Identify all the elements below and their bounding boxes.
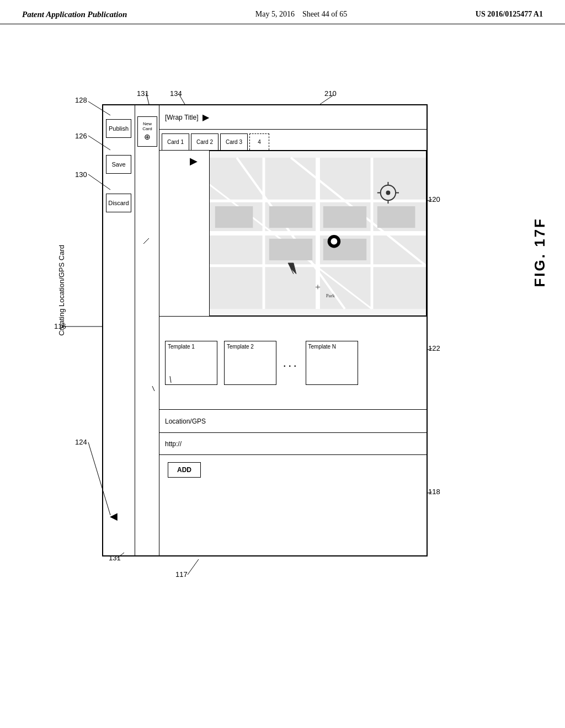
- page-header: Patent Application Publication May 5, 20…: [0, 0, 565, 24]
- ref-130: 130: [75, 170, 87, 179]
- add-button[interactable]: ADD: [168, 462, 201, 478]
- template-selection-area: Template 1 Template 2 ... Template N: [159, 316, 427, 410]
- template-1[interactable]: Template 1: [165, 341, 217, 385]
- ref-117: 117: [175, 570, 188, 579]
- svg-rect-14: [215, 206, 253, 228]
- svg-rect-12: [269, 239, 312, 260]
- card-tabs-row: Card 1 Card 2 Card 3 4: [159, 130, 427, 151]
- location-gps-row: Location/GPS: [159, 410, 427, 433]
- diagram-area: FIG. 17F 128 126 130 131 134 210 120 122…: [0, 24, 565, 719]
- new-card-column: New Card ⊕: [135, 105, 159, 555]
- template-2[interactable]: Template 2: [224, 341, 276, 385]
- app-frame: Publish Save Discard ◀ New Card ⊕ [Wrap …: [102, 104, 428, 556]
- new-card-button[interactable]: New Card ⊕: [137, 116, 157, 147]
- card-tab-1[interactable]: Card 1: [162, 133, 189, 150]
- svg-rect-10: [269, 206, 312, 228]
- wrap-title-row: [Wrap Title] ▶: [159, 105, 427, 130]
- discard-button[interactable]: Discard: [106, 194, 131, 212]
- template-dots: ...: [283, 356, 299, 370]
- sheet-info: Sheet 44 of 65: [302, 10, 347, 18]
- ref-210: 210: [324, 89, 337, 98]
- template-n[interactable]: Template N: [306, 341, 358, 385]
- new-card-plus-icon: ⊕: [144, 132, 151, 141]
- svg-text:+: +: [315, 281, 321, 292]
- publish-button[interactable]: Publish: [106, 119, 131, 138]
- map-arrow-icon: ▶: [190, 155, 198, 167]
- http-row: http://: [159, 433, 427, 455]
- ref-124: 124: [75, 438, 87, 446]
- card-tab-3[interactable]: Card 3: [220, 133, 248, 150]
- bottom-section: Location/GPS http:// ADD: [159, 410, 427, 555]
- ref-122: 122: [428, 344, 440, 352]
- location-gps-label: Location/GPS: [165, 417, 206, 425]
- ref-126: 126: [75, 132, 87, 140]
- ref-120: 120: [428, 195, 440, 204]
- new-card-label: New Card: [138, 122, 157, 132]
- creating-label: Creating Location/GPS Card: [57, 245, 66, 336]
- svg-rect-11: [323, 206, 366, 228]
- header-center: May 5, 2016 Sheet 44 of 65: [255, 10, 347, 19]
- figure-label: FIG. 17F: [531, 217, 548, 287]
- svg-text:Park: Park: [326, 293, 335, 298]
- wrap-title-text: [Wrap Title]: [165, 114, 198, 121]
- ref-134: 134: [170, 89, 182, 98]
- map-preview: + Park: [209, 151, 427, 316]
- svg-point-17: [331, 238, 338, 245]
- ref-128: 128: [75, 96, 87, 104]
- ref-118: 118: [428, 488, 440, 496]
- http-value: http://: [165, 440, 182, 448]
- ref-131a: 131: [137, 89, 149, 98]
- toolbar: Publish Save Discard ◀: [103, 105, 135, 555]
- bottom-arrow-icon: ◀: [110, 510, 118, 522]
- map-svg: + Park: [210, 151, 426, 315]
- patent-number: US 2016/0125477 A1: [476, 10, 543, 19]
- save-button[interactable]: Save: [106, 155, 131, 174]
- publication-date: May 5, 2016: [255, 10, 295, 18]
- card-tab-2[interactable]: Card 2: [191, 133, 218, 150]
- wrap-title-arrow-icon: ▶: [202, 112, 209, 122]
- card-tab-4[interactable]: 4: [249, 133, 269, 150]
- svg-line-39: [188, 559, 199, 575]
- svg-rect-15: [377, 206, 415, 228]
- svg-point-20: [386, 191, 390, 195]
- publication-title: Patent Application Publication: [22, 10, 127, 19]
- main-content: [Wrap Title] ▶ Card 1 Card 2 Card 3 4: [159, 105, 427, 555]
